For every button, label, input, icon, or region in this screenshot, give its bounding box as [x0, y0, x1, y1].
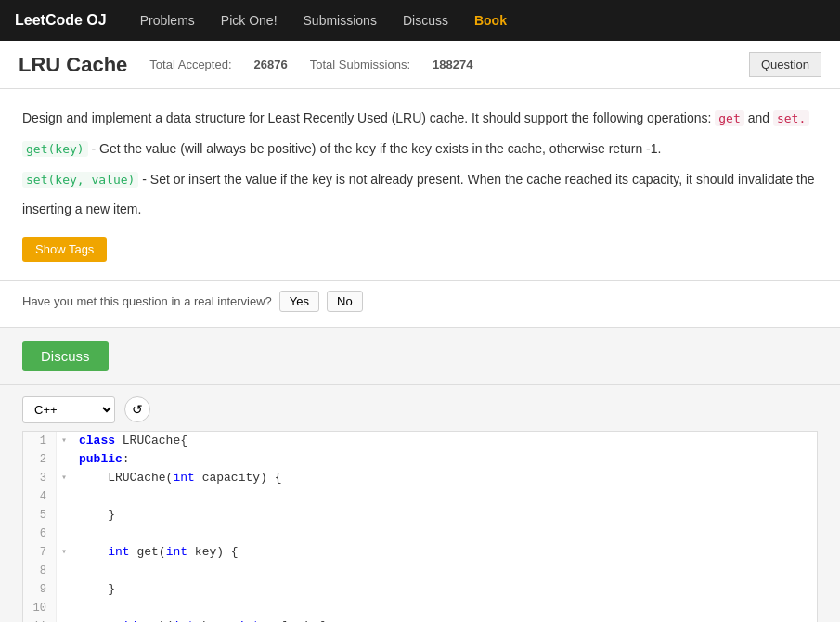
total-accepted-label: Total Accepted:	[149, 58, 231, 71]
code-toolbar: C++ Java Python ↺	[22, 396, 818, 423]
code-section: C++ Java Python ↺ 1 ▾ class LRUCache{ 2 …	[0, 385, 840, 622]
total-submissions-label: Total Submissions:	[310, 58, 410, 71]
problem-header: LRU Cache Total Accepted: 26876 Total Su…	[0, 41, 840, 89]
code-line-5: 5 }	[23, 506, 817, 525]
code-line-1: 1 ▾ class LRUCache{	[23, 432, 817, 450]
set-detail: set(key, value) - Set or insert the valu…	[22, 169, 818, 190]
yes-button[interactable]: Yes	[279, 291, 319, 312]
reset-button[interactable]: ↺	[124, 396, 150, 422]
description-line1: Design and implement a data structure fo…	[22, 108, 818, 129]
nav-book[interactable]: Book	[474, 13, 507, 28]
nav-submissions[interactable]: Submissions	[304, 13, 377, 28]
code-line-6: 6	[23, 525, 817, 543]
code-line-3: 3 ▾ LRUCache(int capacity) {	[23, 469, 817, 487]
get-detail: get(key) - Get the value (will always be…	[22, 138, 818, 160]
brand-logo[interactable]: LeetCode OJ	[15, 12, 107, 29]
code-line-10: 10	[23, 599, 817, 617]
discuss-section: Discuss	[0, 328, 840, 385]
get-detail-text: - Get the value (will always be positive…	[92, 141, 662, 156]
navbar: LeetCode OJ Problems Pick One! Submissio…	[0, 0, 840, 41]
get-detail-code: get(key)	[22, 141, 88, 157]
set-detail-text: - Set or insert the value if the key is …	[142, 172, 814, 187]
question-button[interactable]: Question	[749, 52, 821, 77]
set-detail-code: set(key, value)	[22, 172, 138, 188]
code-line-8: 8	[23, 562, 817, 580]
total-accepted-value: 26876	[254, 58, 288, 71]
code-line-9: 9 }	[23, 580, 817, 599]
nav-discuss[interactable]: Discuss	[403, 13, 448, 28]
reset-icon: ↺	[132, 402, 143, 417]
nav-pick-one[interactable]: Pick One!	[221, 13, 278, 28]
interview-question: Have you met this question in a real int…	[22, 294, 272, 308]
set-detail-continued: inserting a new item.	[22, 199, 818, 219]
problem-title: LRU Cache	[19, 53, 127, 77]
code-line-2: 2 public:	[23, 450, 817, 469]
language-select[interactable]: C++ Java Python	[22, 396, 115, 423]
interview-bar: Have you met this question in a real int…	[0, 281, 840, 328]
no-button[interactable]: No	[327, 291, 363, 312]
show-tags-button[interactable]: Show Tags	[22, 237, 107, 262]
nav-problems[interactable]: Problems	[140, 13, 195, 28]
code-line-11: 11 ▾ void set(int key, int value) {	[23, 617, 817, 622]
discuss-button[interactable]: Discuss	[22, 341, 109, 371]
set-code-inline: set.	[773, 110, 809, 126]
get-code-inline: get	[715, 110, 743, 126]
total-submissions-value: 188274	[433, 58, 472, 71]
description-panel: Design and implement a data structure fo…	[0, 89, 840, 281]
code-line-4: 4	[23, 487, 817, 506]
code-editor[interactable]: 1 ▾ class LRUCache{ 2 public: 3 ▾ LRUCac…	[22, 431, 818, 622]
code-line-7: 7 ▾ int get(int key) {	[23, 543, 817, 562]
